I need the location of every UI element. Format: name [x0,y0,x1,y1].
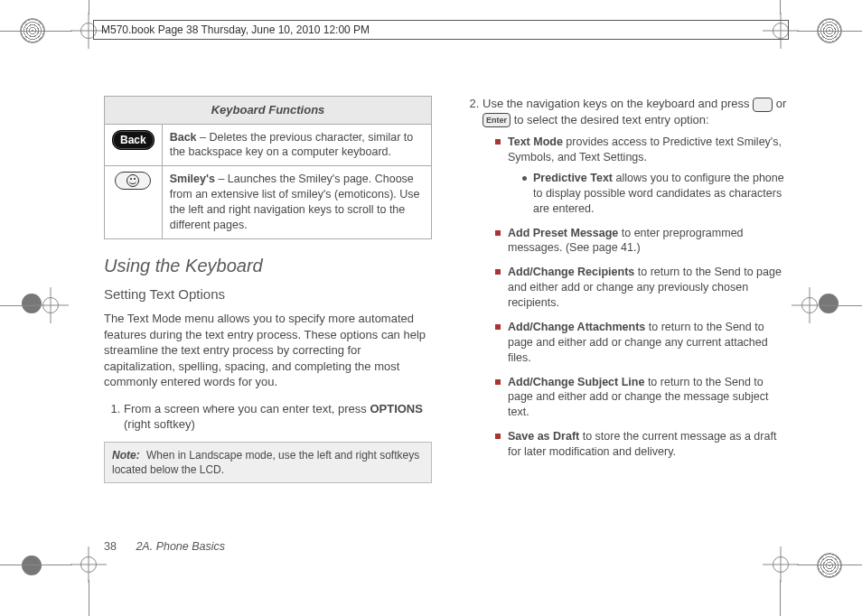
list-item: Add/Change Attachments to return to the … [495,320,791,366]
list-item: Text Mode provides access to Predictive … [495,135,791,216]
left-column: Keyboard Functions Back Back – Deletes t… [104,96,432,538]
footer-section: 2A. Phone Basics [136,540,225,553]
crop-rule [797,31,862,32]
crop-rule [89,580,89,616]
intro-paragraph: The Text Mode menu allows you to specify… [104,311,432,390]
table-row: Back Back – Deletes the previous charact… [105,124,432,166]
back-key-icon: Back [105,124,163,166]
step-1: From a screen where you can enter text, … [124,401,432,433]
options-list: Text Mode provides access to Predictive … [483,135,791,460]
table-row: Smiley's – Launches the Smiley's page. C… [105,166,432,239]
crop-rule [0,565,72,565]
crop-rule [826,305,862,306]
keyboard-functions-table: Keyboard Functions Back Back – Deletes t… [104,96,432,239]
note-label: Note: [112,449,140,462]
crop-cross-mr [792,287,828,323]
print-header: M570.book Page 38 Thursday, June 10, 201… [93,20,789,40]
enter-key-icon: Enter [483,113,511,127]
right-column: Use the navigation keys on the keyboard … [463,96,791,538]
table-title: Keyboard Functions [105,97,432,125]
smiley-key-icon [105,166,163,239]
crop-rule [797,565,862,565]
nav-key-icon [753,98,773,112]
crop-rule [780,0,781,14]
crop-cross-bl [70,546,107,583]
crop-rule [0,31,72,32]
crop-cross-br [763,546,799,583]
step-list-right: Use the navigation keys on the keyboard … [463,96,791,460]
subsection-heading: Setting Text Options [104,285,432,303]
list-item: Add/Change Subject Line to return to the… [495,375,791,421]
list-item: Add Preset Message to enter preprogramme… [495,226,791,257]
section-heading: Using the Keyboard [104,254,432,278]
page-number: 38 [104,540,117,553]
crop-rule [89,0,89,14]
page-footer: 38 2A. Phone Basics [104,540,225,553]
note-text: When in Landscape mode, use the left and… [112,449,419,476]
crop-dot-bl [22,555,42,575]
step-2: Use the navigation keys on the keyboard … [483,96,791,460]
options-softkey: OPTIONS [370,402,423,415]
crop-rule [780,580,781,616]
crop-cross-ml [33,287,69,323]
crop-ornament-br [817,553,842,578]
print-header-text: M570.book Page 38 Thursday, June 10, 201… [101,23,370,36]
step-list-left: From a screen where you can enter text, … [104,401,432,433]
smiley-key-desc: Smiley's – Launches the Smiley's page. C… [162,166,431,239]
back-key-desc: Back – Deletes the previous character, s… [162,124,431,166]
note-box: Note: When in Landscape mode, use the le… [104,442,432,483]
page-content: Keyboard Functions Back Back – Deletes t… [104,96,791,538]
sub-list-item: Predictive Text allows you to configure … [522,171,791,217]
crop-rule [0,305,34,306]
list-item: Save as Draft to store the current messa… [495,429,791,460]
list-item: Add/Change Recipients to return to the S… [495,265,791,311]
